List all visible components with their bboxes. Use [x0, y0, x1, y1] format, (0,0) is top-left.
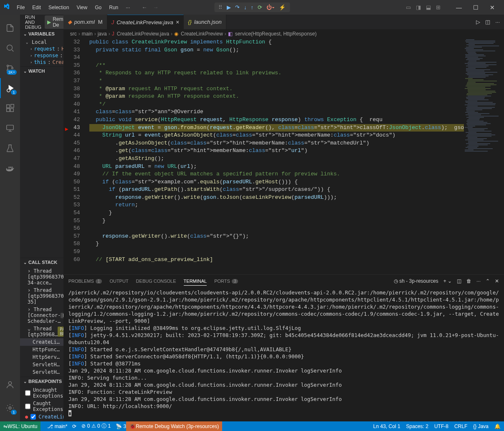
menu-selection[interactable]: Selection [45, 3, 72, 12]
menu-overflow-icon[interactable]: ··· [122, 3, 133, 12]
debug-sidebar: RUN AND DEBUG ▶ Remote De ⌄ ⚙ ··· ⌄VARIA… [20, 15, 63, 421]
panel-tab-output[interactable]: OUTPUT [109, 277, 128, 285]
debug-step-out-icon[interactable]: ↑ [251, 4, 254, 10]
debug-toolbar: ⠿ ▶ ↷ ↓ ↑ ⟳ ⏻▾ ⚡ [214, 3, 290, 12]
checkbox[interactable] [25, 390, 30, 396]
menu-edit[interactable]: Edit [29, 3, 44, 12]
menu-go[interactable]: Go [91, 3, 105, 12]
close-icon[interactable]: × [176, 19, 179, 25]
activity-search-icon[interactable] [0, 38, 20, 58]
activity-settings-icon[interactable]: 1 [0, 398, 20, 418]
debug-status[interactable]: 🐞 Remote Debug Watch (3p-resources) [126, 421, 222, 431]
xml-icon: ◆ [68, 19, 72, 25]
more-icon[interactable]: ··· [495, 19, 500, 25]
window-minimize-icon[interactable]: — [451, 2, 467, 13]
panel-more-icon[interactable]: ··· [476, 278, 481, 284]
sync-icon[interactable]: ⟳ [72, 423, 76, 429]
layout-toggle-bottom-icon[interactable]: ⬓ [426, 4, 431, 10]
debug-config-selector[interactable]: ▶ Remote De ⌄ [45, 15, 63, 29]
split-editor-icon[interactable]: ◫ [485, 19, 490, 25]
panel-tab-ports[interactable]: PORTS3 [214, 277, 238, 285]
thread-row[interactable]: ⌄ Thread [qtp39968…PAUSED ON BREAKPOINT [20, 325, 63, 338]
stack-frame[interactable]: ServletHandler.doHandle(String,Reque [20, 368, 63, 376]
activity-docker-icon[interactable] [0, 158, 20, 178]
activity-extensions-icon[interactable] [0, 98, 20, 118]
layout-toggle-panel-icon[interactable]: ▭ [406, 4, 411, 10]
layout-customize-icon[interactable]: ⊞ [436, 4, 441, 10]
callstack-section-header[interactable]: ⌄CALL STACK [20, 258, 63, 266]
breakpoint-caught[interactable]: Caught Exceptions [20, 400, 63, 413]
stack-frame[interactable]: ServletHolder.handle(Request,Servlet [20, 361, 63, 368]
thread-row[interactable]: › Thread [Connector-Scheduler-…RUNNING [20, 306, 63, 325]
svg-point-3 [12, 67, 13, 69]
indent-status[interactable]: Spaces: 2 [406, 423, 428, 429]
panel-tab-debug-console[interactable]: DEBUG CONSOLE [136, 277, 176, 285]
menu-file[interactable]: File [13, 3, 28, 12]
svg-rect-6 [7, 109, 10, 112]
activity-debug-icon[interactable]: 1 [0, 78, 20, 98]
terminal-output[interactable]: /pierrick/.m2/repository/io/cloudevents/… [63, 287, 504, 421]
menu-run[interactable]: Run [106, 3, 122, 12]
tab-launchjson[interactable]: {}launch.json [184, 15, 226, 29]
variables-section-header[interactable]: ⌄VARIABLES [20, 30, 63, 38]
breakpoint-file[interactable]: ●CreateLinkPreview.javasrc/main/java43 [20, 413, 63, 421]
debug-disconnect-icon[interactable]: ⏻▾ [266, 4, 275, 10]
language-status[interactable]: {} Java [473, 423, 489, 429]
debug-step-over-icon[interactable]: ↷ [235, 4, 240, 10]
remote-indicator[interactable]: ⇋ WSL: Ubuntu [0, 421, 41, 431]
variable-row[interactable]: ›response: HttpResponseImpl@50 [20, 52, 63, 59]
run-icon[interactable]: ▷ [476, 19, 480, 25]
stack-frame[interactable]: HttpServlet.service(ServletRequest,S [20, 353, 63, 361]
breakpoints-section-header[interactable]: ⌄BREAKPOINTS [20, 377, 63, 385]
window-close-icon[interactable]: ✕ [484, 2, 501, 13]
debug-continue-icon[interactable]: ▶ [227, 4, 231, 10]
kill-terminal-icon[interactable]: 🗑 [466, 278, 471, 284]
problems-indicator[interactable]: ⊘ 0 ⚠ 0 ⓘ 1 [81, 423, 111, 430]
thread-row[interactable]: › Thread [qtp399683701-35]RUNNING [20, 286, 63, 306]
branch-indicator[interactable]: ⎇ main* [47, 423, 67, 429]
scope-local[interactable]: ⌄Local [20, 39, 63, 46]
svg-rect-9 [7, 125, 14, 130]
encoding-status[interactable]: UTF-8 [434, 423, 448, 429]
watch-section-header[interactable]: ⌄WATCH [20, 67, 63, 75]
new-terminal-icon[interactable]: + ⌄ [443, 278, 452, 284]
debug-hot-reload-icon[interactable]: ⚡ [279, 4, 286, 10]
tab-createlinkpreview[interactable]: JCreateLinkPreview.java× [107, 15, 184, 29]
panel-tab-problems[interactable]: PROBLEMS1 [68, 277, 102, 285]
notifications-icon[interactable]: 🔔 [494, 423, 501, 429]
split-terminal-icon[interactable]: ◫ [457, 278, 461, 284]
stack-frame[interactable]: HttpFunctionExecutor.service(HttpSer [20, 346, 63, 353]
bottom-panel: PROBLEMS1 OUTPUT DEBUG CONSOLE TERMINAL … [63, 274, 504, 421]
breadcrumb[interactable]: src› main› java› JCreateLinkPreview.java… [63, 29, 504, 38]
cursor-position[interactable]: Ln 43, Col 1 [373, 423, 400, 429]
ports-indicator[interactable]: 📡 3 [116, 423, 126, 429]
panel-tab-terminal[interactable]: TERMINAL [184, 277, 207, 286]
tab-pomxml[interactable]: ◆pom.xmlM [63, 15, 107, 29]
debug-step-into-icon[interactable]: ↓ [244, 4, 247, 10]
activity-account-icon[interactable] [0, 375, 20, 395]
variable-row[interactable]: ›this: CreateLinkPreview@31 [20, 59, 63, 66]
nav-forward-icon[interactable]: → [153, 4, 158, 10]
layout-toggle-sidebar-icon[interactable]: ◨ [416, 4, 421, 10]
nav-back-icon[interactable]: ← [142, 4, 147, 10]
eol-status[interactable]: CRLF [454, 423, 467, 429]
debug-restart-icon[interactable]: ⟳ [258, 4, 262, 10]
code-editor[interactable]: 3233343536373839404142▶43444546474849505… [63, 38, 504, 274]
panel-maximize-icon[interactable]: ⌃ [486, 278, 490, 284]
breakpoint-uncaught[interactable]: Uncaught Exceptions [20, 386, 63, 400]
activity-remote-icon[interactable] [0, 118, 20, 138]
activity-testing-icon[interactable] [0, 138, 20, 158]
debug-grip-icon[interactable]: ⠿ [218, 4, 223, 10]
menu-view[interactable]: View [73, 3, 91, 12]
checkbox[interactable] [30, 414, 36, 420]
thread-row[interactable]: › Thread [qtp399683701-34-acce…RUNNING [20, 267, 63, 286]
stack-frame[interactable]: CreateLinkPreview.service(HttpReques [20, 338, 63, 346]
panel-close-icon[interactable]: ✕ [495, 278, 499, 284]
terminal-shell-select[interactable]: ◷ sh - 3p-resources [394, 278, 438, 284]
window-maximize-icon[interactable]: ☐ [467, 2, 484, 13]
variable-row[interactable]: ›request: HttpRequestImpl@49 [20, 46, 63, 52]
activity-explorer-icon[interactable] [0, 18, 20, 38]
checkbox[interactable] [25, 403, 30, 409]
activity-scm-icon[interactable]: 1K+ [0, 58, 20, 78]
minimap[interactable] [464, 38, 504, 274]
